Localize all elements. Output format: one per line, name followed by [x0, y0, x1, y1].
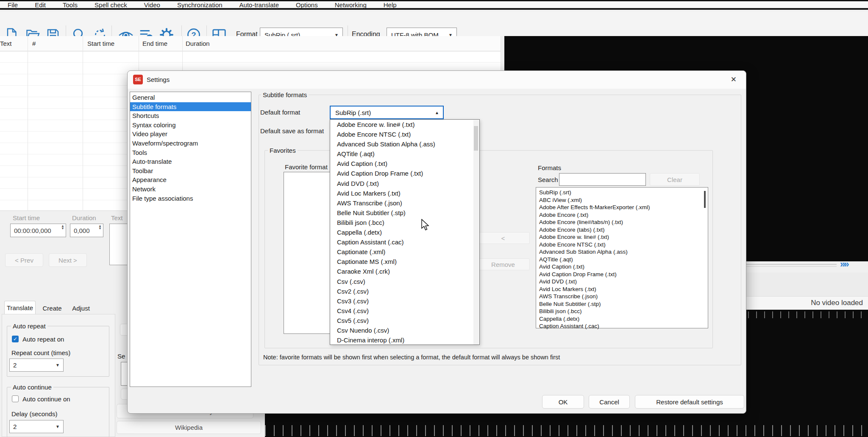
dropdown-item[interactable]: Caraoke Xml (.crk)	[330, 266, 479, 276]
auto-continue-checkbox-label[interactable]: Auto continue on	[22, 395, 70, 403]
format-list-item[interactable]: Adobe Encore (.txt)	[536, 211, 708, 219]
dropdown-item[interactable]: Captionate MS (.xml)	[330, 257, 479, 266]
menu-item[interactable]: Video	[144, 1, 160, 8]
format-list-item[interactable]: AWS Transcribe (.json)	[536, 293, 708, 300]
tab-create[interactable]: Create	[39, 302, 65, 314]
format-list-item[interactable]: Bilibili json (.bcc)	[536, 308, 708, 315]
dialog-titlebar[interactable]: SE Settings ✕	[128, 71, 746, 89]
move-to-favorites-button[interactable]: <	[476, 232, 530, 244]
column-header[interactable]: Text	[0, 40, 12, 47]
format-list-item[interactable]: Avid Loc Markers (.txt)	[536, 286, 708, 293]
spinner-arrows-icon[interactable]: ▲▼	[98, 225, 102, 230]
start-time-spinner[interactable]: 00:00:00,000 ▲▼	[10, 224, 66, 237]
column-header[interactable]: #	[32, 40, 36, 47]
menu-item[interactable]: Edit	[35, 1, 46, 8]
dropdown-item[interactable]: Caption Assistant (.cac)	[330, 237, 479, 247]
close-icon[interactable]: ✕	[731, 75, 737, 84]
ok-button[interactable]: OK	[542, 395, 584, 409]
dropdown-item[interactable]: Csv5 (.csv)	[330, 316, 479, 325]
menu-item[interactable]: Networking	[335, 1, 367, 8]
settings-category-item[interactable]: Syntax coloring	[130, 120, 251, 130]
scrollbar-thumb[interactable]	[474, 126, 478, 151]
format-list-item[interactable]: Cappella (.detx)	[536, 315, 708, 323]
format-list-item[interactable]: Adobe Encore (tabs) (.txt)	[536, 226, 708, 234]
dropdown-item[interactable]: Csv4 (.csv)	[330, 306, 479, 316]
duration-spinner[interactable]: 0,000 ▲▼	[70, 224, 103, 237]
settings-category-item[interactable]: Network	[130, 185, 251, 194]
menu-item[interactable]: Synchronization	[177, 1, 223, 8]
dropdown-item[interactable]: Adobe Encore NTSC (.txt)	[330, 129, 479, 139]
settings-category-item[interactable]: Shortcuts	[130, 111, 251, 120]
dropdown-item[interactable]: Csv3 (.csv)	[330, 296, 479, 306]
dropdown-item[interactable]: Avid Loc Markers (.txt)	[330, 188, 479, 198]
menu-item[interactable]: File	[8, 1, 18, 8]
format-list-item[interactable]: Avid Caption (.txt)	[536, 263, 708, 271]
dropdown-item[interactable]: Bilibili json (.bcc)	[330, 218, 479, 227]
repeat-count-combobox[interactable]: 2▼	[9, 359, 64, 372]
settings-category-list[interactable]: GeneralSubtitle formatsShortcutsSyntax c…	[130, 92, 251, 387]
settings-category-item[interactable]: Waveform/spectrogram	[130, 139, 251, 148]
format-list-item[interactable]: Adobe Encore w. line# (.txt)	[536, 233, 708, 241]
next-button[interactable]: Next >	[49, 253, 87, 267]
format-list-item[interactable]: Avid Caption Drop Frame (.txt)	[536, 271, 708, 278]
dropdown-item[interactable]: AWS Transcribe (.json)	[330, 198, 479, 208]
format-list-item[interactable]: SubRip (.srt)	[536, 189, 708, 196]
settings-category-item[interactable]: Auto-translate	[130, 157, 251, 166]
menu-item[interactable]: Spell check	[95, 1, 127, 8]
format-list-item[interactable]: Adobe Encore NTSC (.txt)	[536, 241, 708, 249]
column-header[interactable]: Start time	[87, 40, 114, 47]
format-list-item[interactable]: Caption Assistant (.cac)	[536, 322, 708, 330]
auto-repeat-checkbox[interactable]: ✓	[12, 336, 19, 342]
formats-search-input[interactable]	[559, 173, 646, 186]
format-list-item[interactable]: Belle Nuit Subtitler (.stp)	[536, 300, 708, 308]
dropdown-item[interactable]: AQTitle (.aqt)	[330, 149, 479, 159]
settings-category-item[interactable]: Toolbar	[130, 166, 251, 176]
auto-repeat-checkbox-label[interactable]: Auto repeat on	[22, 336, 64, 343]
dropdown-item[interactable]: Adobe Encore w. line# (.txt)	[330, 120, 479, 129]
dropdown-item[interactable]: Csv (.csv)	[330, 277, 479, 286]
scrollbar-track[interactable]	[473, 120, 479, 345]
delay-combobox[interactable]: 2▼	[9, 420, 64, 433]
clear-search-button[interactable]: Clear	[650, 173, 700, 186]
settings-category-item[interactable]: Subtitle formats	[130, 102, 251, 112]
auto-continue-checkbox[interactable]	[12, 395, 19, 402]
settings-category-item[interactable]: File type associations	[130, 194, 251, 203]
spinner-arrows-icon[interactable]: ▲▼	[61, 225, 64, 230]
dropdown-item[interactable]: Captionate (.xml)	[330, 247, 479, 257]
column-header[interactable]: Duration	[186, 40, 210, 47]
dropdown-item[interactable]: Avid DVD (.txt)	[330, 179, 479, 188]
format-list-item[interactable]: Adobe Encore (line#/tabs/n) (.txt)	[536, 218, 708, 226]
column-header[interactable]: End time	[142, 40, 167, 47]
dropdown-item[interactable]: Advanced Sub Station Alpha (.ass)	[330, 139, 479, 149]
format-list-item[interactable]: ABC iView (.xml)	[536, 196, 708, 204]
dropdown-item[interactable]: Csv Nuendo (.csv)	[330, 325, 479, 335]
tab-adjust[interactable]: Adjust	[68, 302, 94, 314]
format-list-item[interactable]: AQTitle (.aqt)	[536, 256, 708, 263]
format-list-item[interactable]: Adobe After Effects ft-MarkerExporter (.…	[536, 204, 708, 211]
settings-category-item[interactable]: Appearance	[130, 175, 251, 185]
dropdown-item[interactable]: Cappella (.detx)	[330, 227, 479, 237]
prev-button[interactable]: < Prev	[5, 253, 43, 267]
default-format-combobox[interactable]: SubRip (.srt)▲	[330, 106, 444, 119]
remove-favorite-button[interactable]: Remove	[476, 258, 530, 270]
wikipedia-button[interactable]: Wikipedia	[117, 421, 261, 434]
menu-item[interactable]: Tools	[63, 1, 78, 8]
cancel-button[interactable]: Cancel	[589, 395, 630, 409]
formats-listbox[interactable]: SubRip (.srt)ABC iView (.xml)Adobe After…	[536, 187, 708, 328]
format-list-item[interactable]: Avid DVD (.txt)	[536, 278, 708, 286]
dropdown-item[interactable]: Avid Caption (.txt)	[330, 159, 479, 168]
fast-forward-icon[interactable]: »»	[840, 259, 848, 270]
tab-translate[interactable]: Translate	[4, 301, 36, 314]
dropdown-item[interactable]: D-Cinema interop (.xml)	[330, 335, 479, 345]
scrollbar-thumb[interactable]	[704, 191, 706, 208]
settings-category-item[interactable]: Video player	[130, 129, 251, 139]
settings-category-item[interactable]: General	[130, 93, 251, 102]
settings-category-item[interactable]: Tools	[130, 148, 251, 157]
menu-item[interactable]: Help	[384, 1, 397, 8]
restore-default-settings-button[interactable]: Restore default settings	[635, 395, 744, 409]
default-format-dropdown[interactable]: Adobe Encore w. line# (.txt)Adobe Encore…	[330, 119, 480, 345]
dropdown-item[interactable]: Belle Nuit Subtitler (.stp)	[330, 208, 479, 218]
dropdown-item[interactable]: Avid Caption Drop Frame (.txt)	[330, 168, 479, 178]
menu-item[interactable]: Options	[296, 1, 318, 8]
format-list-item[interactable]: Advanced Sub Station Alpha (.ass)	[536, 248, 708, 256]
